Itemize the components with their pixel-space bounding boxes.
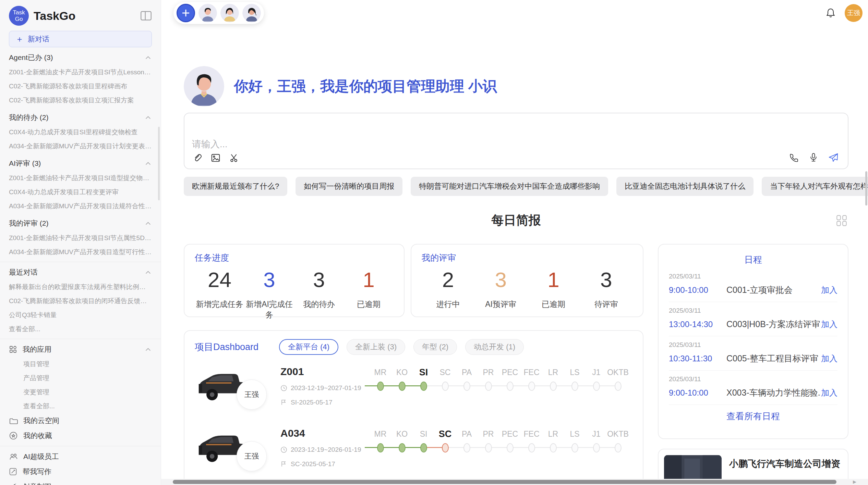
chevron-up-icon <box>144 269 152 275</box>
stat-value: 3 <box>580 267 632 293</box>
my-apps-label: 我的应用 <box>23 345 51 354</box>
attachment-icon[interactable] <box>192 153 202 163</box>
sidebar-item-creative-draw[interactable]: 创意制图 <box>9 479 152 485</box>
milestone-dot <box>615 443 622 452</box>
suggestion-chip[interactable]: 如何写一份清晰的项目周报 <box>296 177 402 196</box>
section-recent-chats[interactable]: 最近对话 <box>9 265 152 280</box>
project-row-z001[interactable]: 王强 Z001 2023-12-19~2027-01-19 SI-2025-05… <box>195 363 632 416</box>
milestone-dot-overdue <box>442 443 449 452</box>
ai-super-staff-label: AI超级员工 <box>23 452 59 461</box>
stat-label: 我的待办 <box>294 299 344 310</box>
send-icon[interactable] <box>828 152 839 163</box>
schedule-event-title: C001-立项审批会 <box>726 284 821 296</box>
milestone-label: PEC <box>499 366 521 379</box>
project-row-a034[interactable]: 王强 A034 2023-12-19~2026-01-19 SC-2025-05… <box>195 425 632 478</box>
stat-label: 待评审 <box>580 299 632 310</box>
list-item[interactable]: C0X4-动力总成开发项目工程变更评审 <box>9 185 152 199</box>
scroll-right-arrow-icon[interactable]: ▶ <box>853 479 856 485</box>
schedule-title: 日程 <box>669 253 837 268</box>
horizontal-scrollbar-thumb[interactable] <box>173 480 836 484</box>
list-item[interactable]: A034-全新新能源MUV产品开发项目计划变更表编写 <box>9 139 152 153</box>
milestone-dot <box>420 382 427 391</box>
milestone-track: MR KO SI SC PA PR PEC FEC LR LS J1 <box>370 363 632 391</box>
news-title: 小鹏飞行汽车制造公司增资 <box>729 458 842 470</box>
chat-input[interactable]: 请输入... <box>184 113 848 169</box>
list-item[interactable]: C02-飞腾新能源轻客改款项目里程碑画布 <box>9 79 152 93</box>
schedule-item: 2025/03/11 9:00-10:00 X003-车辆动力学性能验... 加… <box>669 371 837 405</box>
sidebar-item-favorites[interactable]: 我的收藏 <box>9 428 152 443</box>
suggestion-chip[interactable]: 当下年轻人对汽车外观有怎样的喜好趋势 <box>762 177 868 196</box>
milestone-dot <box>550 382 557 391</box>
apps-grid-icon <box>9 345 17 353</box>
join-link[interactable]: 加入 <box>821 387 837 398</box>
milestone-label: KO <box>391 366 413 379</box>
suggestion-chip[interactable]: 特朗普可能对进口汽车增税会对中国车企造成哪些影响 <box>411 177 608 196</box>
tab-all-new-platform[interactable]: 全新平台 (4) <box>279 339 338 355</box>
vertical-scrollbar-thumb[interactable] <box>865 171 867 206</box>
section-my-todo[interactable]: 我的待办 (2) <box>9 110 152 125</box>
sidebar-item-help-write[interactable]: 帮我写作 <box>9 464 152 479</box>
sidebar-item-cloud-space[interactable]: 我的云空间 <box>9 413 152 428</box>
section-title: 我的评审 (2) <box>9 219 49 228</box>
section-ai-review[interactable]: AI评审 (3) <box>9 156 152 171</box>
chevron-up-icon <box>144 220 152 226</box>
sidebar-item-project-mgmt[interactable]: 项目管理 <box>9 357 152 371</box>
stat-label: 新增完成任务 <box>195 299 244 310</box>
horizontal-scrollbar[interactable]: ▶ <box>161 479 868 485</box>
divider <box>0 262 161 262</box>
schedule-event-title: C003|H0B-方案冻结评审 <box>726 319 821 330</box>
main-area: 王强 你好，王强，我是你的项目管理助理 小识 请输入... 欧洲新规最近颁布了什… <box>161 0 868 485</box>
list-item[interactable]: C02-飞腾新能源轻客改款项目立项汇报方案 <box>9 93 152 107</box>
suggestion-chips: 欧洲新规最近颁布了什么? 如何写一份清晰的项目周报 特朗普可能对进口汽车增税会对… <box>184 177 848 196</box>
join-link[interactable]: 加入 <box>821 353 837 364</box>
divider <box>0 339 161 339</box>
suggestion-chip[interactable]: 比亚迪全固态电池计划具体说了什么 <box>616 177 754 196</box>
image-icon[interactable] <box>210 153 221 163</box>
new-chat-button[interactable]: ＋ 新对话 <box>9 31 152 47</box>
layout-grid-icon[interactable] <box>835 214 848 227</box>
milestone-dot <box>593 382 600 391</box>
view-all-chats-link[interactable]: 查看全部... <box>9 322 152 336</box>
sidebar-item-my-apps[interactable]: 我的应用 <box>9 342 152 357</box>
stat-label: 新增AI完成任务 <box>244 299 294 320</box>
milestone-label: PA <box>456 427 478 440</box>
view-all-apps-link[interactable]: 查看全部... <box>9 399 152 413</box>
schedule-time: 9:00-10:00 <box>669 285 726 295</box>
milestone-dot <box>571 382 578 391</box>
stat-label: AI预评审 <box>474 299 527 310</box>
favorites-label: 我的收藏 <box>23 431 52 440</box>
collapse-sidebar-icon[interactable] <box>140 11 152 21</box>
project-dashboard-card: 项目Dashboard 全新平台 (4) 全新上装 (3) 年型 (2) 动总开… <box>184 330 643 485</box>
sidebar-item-ai-super-staff[interactable]: AI超级员工 <box>9 449 152 464</box>
daily-briefing-title: 每日简报 <box>184 212 848 228</box>
list-item[interactable]: A034-全新新能源MUV产品开发项目法规符合性评审 <box>9 199 152 213</box>
sidebar-scrollbar[interactable] <box>158 127 160 200</box>
chat-input-placeholder: 请输入... <box>192 138 228 150</box>
list-item[interactable]: Z001-全新燃油轻卡产品开发项目SI节点属性5D文件评审 <box>9 231 152 245</box>
join-link[interactable]: 加入 <box>821 319 837 330</box>
list-item[interactable]: C0X4-动力总成开发项目SI里程碑提交物检查 <box>9 125 152 139</box>
users-icon <box>9 452 18 461</box>
scissors-icon[interactable] <box>229 153 239 163</box>
microphone-icon[interactable] <box>809 152 818 163</box>
phone-icon[interactable] <box>789 152 799 163</box>
view-all-schedule-link[interactable]: 查看所有日程 <box>669 410 837 422</box>
list-item[interactable]: 公司Q3轻卡销量 <box>9 308 152 322</box>
milestone-label-current: SI <box>413 366 434 379</box>
suggestion-chip[interactable]: 欧洲新规最近颁布了什么? <box>184 177 287 196</box>
list-item[interactable]: C02-飞腾新能源轻客改款项目的闭环通告反馈情况 <box>9 294 152 308</box>
list-item[interactable]: 解释最新出台的欧盟报废车法规再生塑料比例被调至15%... <box>9 280 152 294</box>
list-item[interactable]: Z001-全新燃油皮卡产品开发项目SI节点Lesson Learn报告 <box>9 65 152 79</box>
list-item[interactable]: Z001-全新燃油轻卡产品开发项目SI造型提交物评审 <box>9 171 152 185</box>
section-agent-done[interactable]: Agent已办 (3) <box>9 50 152 65</box>
join-link[interactable]: 加入 <box>821 285 837 296</box>
list-item[interactable]: A034-全新新能源MUV产品开发项目造型可行性评审 <box>9 245 152 259</box>
tab-year-model[interactable]: 年型 (2) <box>413 339 457 355</box>
flag-icon <box>280 399 287 406</box>
sidebar-item-product-mgmt[interactable]: 产品管理 <box>9 371 152 385</box>
tab-new-body[interactable]: 全新上装 (3) <box>347 339 405 355</box>
sidebar-item-change-mgmt[interactable]: 变更管理 <box>9 385 152 399</box>
section-my-review[interactable]: 我的评审 (2) <box>9 216 152 231</box>
project-owner-badge: 王强 <box>237 380 267 410</box>
tab-powertrain-dev[interactable]: 动总开发 (1) <box>465 339 524 355</box>
